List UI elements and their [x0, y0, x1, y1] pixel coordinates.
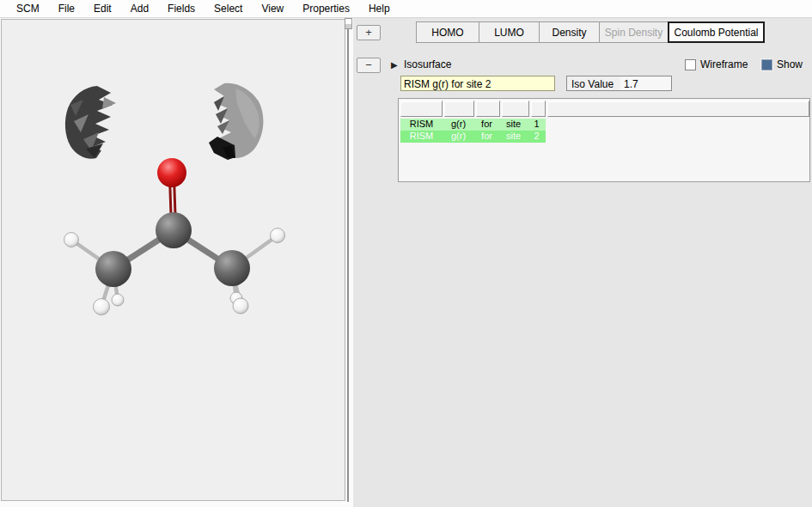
show-label: Show: [777, 58, 803, 70]
molecule-viewport[interactable]: [1, 19, 345, 501]
panel-splitter[interactable]: [347, 18, 349, 502]
menu-properties[interactable]: Properties: [293, 1, 359, 17]
isosurface-blob-left: [65, 86, 116, 159]
menu-edit[interactable]: Edit: [84, 1, 121, 17]
table-header-col4[interactable]: [502, 101, 529, 117]
field-name-input[interactable]: RISM g(r) for site 2: [400, 76, 555, 91]
menu-file[interactable]: File: [49, 1, 84, 17]
wireframe-checkbox[interactable]: [685, 59, 696, 70]
table-row-selected[interactable]: RISM g(r) for site 2: [400, 131, 546, 143]
carbon-atom-right: [214, 250, 250, 286]
menu-add[interactable]: Add: [121, 1, 158, 17]
carbon-atom-left: [95, 251, 131, 287]
menu-view[interactable]: View: [252, 1, 293, 17]
add-field-button[interactable]: +: [357, 25, 381, 40]
row-cell: site: [499, 119, 528, 131]
carbon-atom-center: [156, 212, 192, 248]
row-cell: RISM: [400, 119, 443, 131]
field-tabs: HOMO LUMO Density Spin Density Coulomb P…: [416, 21, 765, 43]
tab-coulomb-potential[interactable]: Coulomb Potential: [668, 21, 765, 43]
row-cell: 2: [528, 131, 546, 143]
tab-homo[interactable]: HOMO: [416, 21, 479, 43]
row-cell: g(r): [443, 119, 474, 131]
oxygen-atom: [157, 158, 186, 187]
menu-scm[interactable]: SCM: [7, 1, 49, 17]
menu-select[interactable]: Select: [205, 1, 252, 17]
row-cell: 1: [528, 119, 546, 131]
menu-bar: SCM File Edit Add Fields Select View Pro…: [0, 0, 812, 18]
fields-panel: + − HOMO LUMO Density Spin Density Coulo…: [353, 18, 812, 507]
wireframe-label: Wireframe: [700, 58, 748, 70]
molecule-3d-render: [2, 20, 345, 500]
table-header-col6[interactable]: [547, 101, 809, 117]
row-cell: for: [474, 119, 499, 131]
menu-help[interactable]: Help: [359, 1, 400, 17]
isosurface-section-label: Isosurface: [404, 58, 451, 70]
iso-value-label: Iso Value: [566, 76, 621, 91]
field-table: RISM g(r) for site 1 RISM g(r) for site …: [398, 98, 810, 182]
row-cell: g(r): [443, 131, 474, 143]
iso-value-input[interactable]: 1.7: [620, 76, 672, 91]
expand-arrow-icon[interactable]: ▶: [391, 60, 398, 70]
table-header-col1[interactable]: [400, 101, 443, 117]
show-checkbox[interactable]: [761, 59, 772, 70]
tab-lumo[interactable]: LUMO: [479, 21, 540, 43]
table-row[interactable]: RISM g(r) for site 1: [400, 119, 546, 131]
table-header-col3[interactable]: [476, 101, 500, 117]
row-cell: RISM: [400, 131, 443, 143]
splitter-handle[interactable]: [345, 18, 352, 29]
tab-spin-density: Spin Density: [599, 21, 669, 43]
remove-field-button[interactable]: −: [357, 58, 381, 73]
row-cell: site: [499, 131, 528, 143]
tab-density[interactable]: Density: [539, 21, 600, 43]
table-header-col2[interactable]: [444, 101, 474, 117]
isosurface-blob-right: [209, 83, 263, 160]
row-cell: for: [474, 131, 499, 143]
menu-fields[interactable]: Fields: [158, 1, 205, 17]
table-header-col5[interactable]: [531, 101, 546, 117]
